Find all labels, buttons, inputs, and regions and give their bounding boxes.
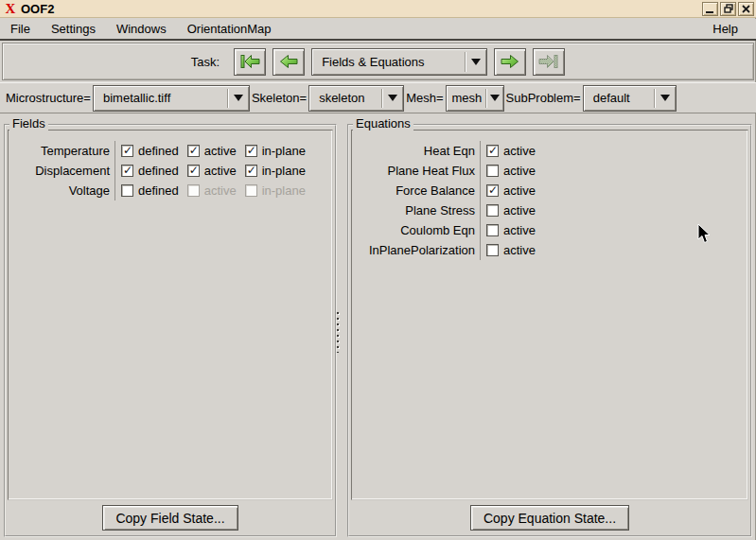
skeleton-value: skeleton xyxy=(309,91,381,105)
menu-windows[interactable]: Windows xyxy=(106,20,177,39)
active-label: active xyxy=(503,144,536,158)
equations-list: Heat Eqn active Plane Heat Flux active F… xyxy=(351,130,748,500)
active-checkbox[interactable] xyxy=(187,145,200,157)
active-checkbox[interactable] xyxy=(486,204,499,217)
field-name: Temperature xyxy=(13,144,114,158)
task-label: Task: xyxy=(191,55,220,69)
close-button[interactable] xyxy=(738,2,754,16)
menu-file[interactable]: File xyxy=(8,20,41,39)
equations-panel-title: Equations xyxy=(353,116,413,131)
defined-checkbox[interactable] xyxy=(121,184,133,197)
field-row-displacement: Displacement defined active in-plane xyxy=(13,161,332,181)
arrow-cursor-icon xyxy=(697,223,712,245)
active-checkbox[interactable] xyxy=(486,224,499,236)
go-first-icon xyxy=(239,54,260,69)
inplane-checkbox-disabled xyxy=(245,184,257,197)
field-name: Voltage xyxy=(13,183,114,198)
subproblem-value: default xyxy=(584,91,654,105)
active-label: active xyxy=(503,243,536,257)
equation-row-plane-heat-flux: Plane Heat Flux active xyxy=(357,161,747,181)
oof2-window: X OOF2 File Settings Windows Orientation… xyxy=(0,0,756,540)
active-checkbox-disabled xyxy=(187,184,200,197)
active-checkbox[interactable] xyxy=(187,165,200,177)
task-back-button[interactable] xyxy=(273,48,305,76)
minimize-icon xyxy=(706,5,714,13)
menu-settings[interactable]: Settings xyxy=(41,20,106,39)
active-checkbox[interactable] xyxy=(486,145,499,157)
defined-checkbox[interactable] xyxy=(121,165,133,177)
field-checkbox-zone: defined active in-plane xyxy=(114,141,314,161)
field-name: Displacement xyxy=(13,164,114,178)
task-selected-value: Fields & Equations xyxy=(312,55,465,69)
menubar: File Settings Windows OrientationMap Hel… xyxy=(0,19,756,41)
microstructure-select[interactable]: bimetallic.tiff xyxy=(93,85,250,112)
active-label: active xyxy=(204,144,237,158)
task-next-button[interactable] xyxy=(494,48,526,76)
equation-row-inplanepolarization: InPlanePolarization active xyxy=(357,240,747,260)
task-toolbar: Task: Fields & Equations xyxy=(2,43,754,80)
context-toolbar: Microstructure= bimetallic.tiff Skeleton… xyxy=(0,82,756,113)
defined-checkbox[interactable] xyxy=(121,145,133,157)
field-checkbox-zone: defined active in-plane xyxy=(114,181,314,200)
inplane-label: in-plane xyxy=(262,164,306,178)
pane-splitter-handle[interactable] xyxy=(336,311,342,353)
equation-checkbox-zone: active xyxy=(480,141,544,161)
mesh-value: mesh xyxy=(447,91,485,105)
task-first-button[interactable] xyxy=(234,48,266,76)
inplane-label: in-plane xyxy=(262,144,306,158)
active-checkbox[interactable] xyxy=(486,165,499,177)
equation-row-force-balance: Force Balance active xyxy=(357,181,747,200)
mouse-cursor xyxy=(697,223,712,248)
inplane-checkbox[interactable] xyxy=(245,165,257,177)
menu-help[interactable]: Help xyxy=(702,20,748,39)
copy-equation-state-button[interactable]: Copy Equation State... xyxy=(470,505,629,531)
defined-label: defined xyxy=(138,183,179,198)
task-select[interactable]: Fields & Equations xyxy=(311,48,487,76)
x11-logo-icon: X xyxy=(3,2,18,16)
active-checkbox[interactable] xyxy=(486,244,499,256)
defined-label: defined xyxy=(138,164,179,178)
inplane-checkbox[interactable] xyxy=(245,145,257,157)
microstructure-label: Microstructure= xyxy=(4,91,93,105)
equation-checkbox-zone: active xyxy=(480,161,544,181)
equation-name: Heat Eqn xyxy=(357,144,480,158)
menu-orientationmap[interactable]: OrientationMap xyxy=(177,20,282,39)
chevron-down-icon xyxy=(228,95,249,101)
titlebar[interactable]: X OOF2 xyxy=(0,0,756,18)
chevron-down-icon xyxy=(382,95,403,101)
task-last-button[interactable] xyxy=(533,48,565,76)
field-row-voltage: Voltage defined active in-plane xyxy=(13,181,332,200)
chevron-down-icon xyxy=(466,59,486,65)
microstructure-value: bimetallic.tiff xyxy=(94,91,227,105)
fields-panel: Fields Temperature defined active in-pla… xyxy=(4,124,337,537)
skeleton-label: Skeleton= xyxy=(250,91,308,105)
equation-name: Coulomb Eqn xyxy=(357,223,480,237)
equation-row-coulomb-eqn: Coulomb Eqn active xyxy=(357,220,747,240)
fields-button-row: Copy Field State... xyxy=(6,500,335,535)
equation-checkbox-zone: active xyxy=(480,240,544,260)
active-label: active xyxy=(503,164,536,178)
active-label: active xyxy=(503,183,536,198)
equation-row-heat-eqn: Heat Eqn active xyxy=(357,141,747,161)
skeleton-select[interactable]: skeleton xyxy=(308,85,404,112)
chevron-down-icon xyxy=(655,95,676,101)
equation-checkbox-zone: active xyxy=(480,220,544,240)
active-checkbox[interactable] xyxy=(486,184,499,197)
maximize-icon xyxy=(724,4,733,13)
active-label: active xyxy=(503,223,536,237)
copy-field-state-button[interactable]: Copy Field State... xyxy=(102,505,237,531)
subproblem-label: SubProblem= xyxy=(504,91,583,105)
field-row-temperature: Temperature defined active in-plane xyxy=(13,141,332,161)
equation-checkbox-zone: active xyxy=(480,181,544,200)
mesh-select[interactable]: mesh xyxy=(446,85,504,112)
go-last-icon-disabled xyxy=(538,54,559,69)
subproblem-select[interactable]: default xyxy=(583,85,677,112)
equation-name: Plane Heat Flux xyxy=(357,164,480,178)
active-label-disabled: active xyxy=(204,183,237,198)
window-title: OOF2 xyxy=(21,2,700,16)
maximize-button[interactable] xyxy=(720,2,736,16)
go-next-icon xyxy=(500,54,520,69)
fields-panel-title: Fields xyxy=(9,116,48,131)
close-icon xyxy=(742,5,750,13)
minimize-button[interactable] xyxy=(702,2,718,16)
